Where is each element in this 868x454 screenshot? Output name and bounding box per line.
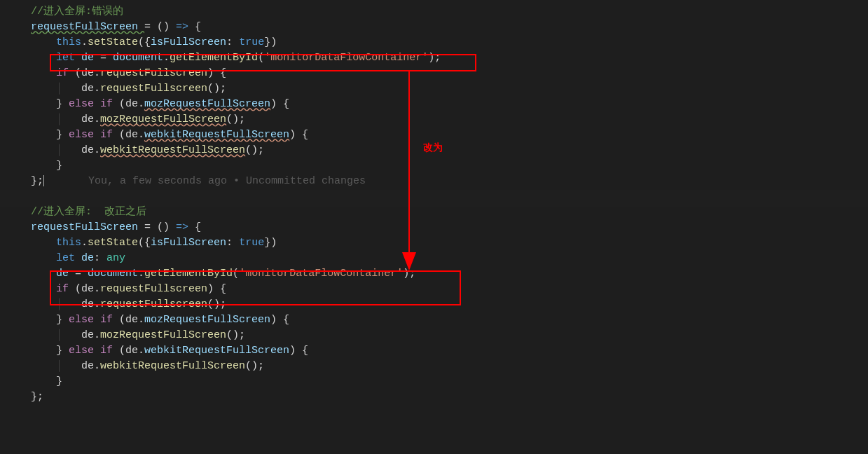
- code-token: ();: [245, 360, 264, 372]
- code-token: ) {: [289, 345, 308, 357]
- code-token: de.: [81, 329, 100, 341]
- code-token: (): [151, 21, 176, 33]
- code-token: }: [56, 376, 62, 387]
- code-token: requestFullScreen: [31, 221, 144, 233]
- gitlens-annotation: You, a few seconds ago • Uncommitted cha…: [88, 175, 366, 187]
- code-token: .: [138, 268, 144, 280]
- code-token: (de.: [113, 345, 144, 357]
- code-token: ();: [207, 298, 226, 310]
- code-token: :: [226, 237, 239, 249]
- code-token: =>: [176, 221, 188, 233]
- code-token: this: [56, 237, 81, 249]
- code-token: de.: [81, 83, 100, 95]
- indent-guide: │: [56, 298, 81, 310]
- code-token: de.: [81, 144, 100, 156]
- code-token: }): [264, 36, 277, 48]
- code-token: =: [144, 21, 151, 33]
- code-token: ) {: [207, 283, 226, 295]
- code-token: ) {: [270, 314, 289, 326]
- code-token: ) {: [207, 67, 226, 79]
- annotation-label: 改为: [423, 142, 443, 154]
- code-token: requestFullscreen: [100, 67, 207, 79]
- code-token: .: [163, 52, 170, 64]
- code-token: (: [233, 268, 239, 280]
- code-token: (de.: [113, 98, 144, 110]
- code-token: ) {: [289, 129, 308, 141]
- code-token: 'monitorDataFlowContainer': [264, 52, 428, 64]
- code-token: document: [106, 52, 163, 64]
- code-token: isFullScreen: [151, 36, 226, 48]
- code-block-wrong[interactable]: //进入全屏:错误的 requestFullScreen = () => { t…: [0, 4, 868, 189]
- code-token: .: [81, 237, 88, 249]
- code-token: }: [56, 98, 69, 110]
- code-token: setState: [88, 237, 138, 249]
- indent-guide: │: [56, 360, 81, 372]
- code-token: ();: [226, 329, 245, 341]
- code-token: );: [403, 268, 415, 280]
- code-token: else if: [69, 98, 113, 110]
- code-token: ();: [226, 114, 245, 125]
- code-token: isFullScreen: [151, 237, 226, 249]
- code-token: ({: [138, 36, 151, 48]
- code-token: requestFullscreen: [100, 283, 207, 295]
- code-token: de.: [81, 298, 100, 310]
- code-token: de.: [81, 360, 100, 372]
- code-token: 'monitorDataFlowContainer': [239, 268, 403, 280]
- code-token: else if: [69, 345, 113, 357]
- code-token: this: [56, 36, 81, 48]
- code-token: }: [56, 345, 69, 357]
- code-token: requestFullScreen: [31, 21, 144, 33]
- code-token: =: [144, 221, 151, 233]
- code-token: mozRequestFullScreen: [144, 314, 270, 326]
- code-token: (de.: [113, 129, 144, 141]
- code-token: webkitRequestFullScreen: [144, 345, 289, 357]
- code-token: =>: [176, 21, 188, 33]
- code-token: =: [100, 52, 106, 64]
- code-token: ();: [245, 144, 264, 156]
- code-token: (): [151, 221, 176, 233]
- code-token: if: [56, 67, 69, 79]
- code-token: else if: [69, 314, 113, 326]
- code-token: requestFullscreen: [100, 298, 207, 310]
- indent-guide: │: [56, 83, 81, 95]
- code-token: (de.: [113, 314, 144, 326]
- code-token: };: [31, 391, 43, 403]
- comment-text: //进入全屏: 改正之后: [31, 206, 146, 218]
- indent-guide: │: [56, 144, 81, 156]
- code-token: =: [75, 268, 81, 280]
- code-token: else if: [69, 129, 113, 141]
- code-token: webkitRequestFullScreen: [100, 144, 245, 156]
- code-token: .: [81, 36, 88, 48]
- indent-guide: │: [56, 329, 81, 341]
- code-token: {: [188, 221, 201, 233]
- code-token: }: [56, 314, 69, 326]
- code-token: :: [94, 252, 106, 264]
- code-token: }: [56, 129, 69, 141]
- code-token: mozRequestFullScreen: [100, 114, 226, 125]
- code-token: mozRequestFullScreen: [144, 98, 270, 110]
- code-token: };: [31, 175, 43, 187]
- code-token: requestFullscreen: [100, 83, 207, 95]
- code-token: de: [75, 52, 100, 64]
- code-token: any: [106, 252, 125, 264]
- code-token: if: [56, 283, 69, 295]
- code-token: webkitRequestFullScreen: [100, 360, 245, 372]
- code-token: true: [239, 237, 264, 249]
- code-token: (de.: [69, 67, 100, 79]
- code-token: true: [239, 36, 264, 48]
- comment-text: //进入全屏:错误的: [31, 6, 123, 18]
- code-token: getElementById: [170, 52, 258, 64]
- code-token: }): [264, 237, 277, 249]
- indent-guide: │: [56, 114, 81, 125]
- code-token: let: [56, 252, 75, 264]
- code-token: :: [226, 36, 239, 48]
- code-token: ) {: [270, 98, 289, 110]
- code-token: (: [258, 52, 264, 64]
- code-token: document: [81, 268, 138, 280]
- code-token: webkitRequestFullScreen: [144, 129, 289, 141]
- code-token: ();: [207, 83, 226, 95]
- code-token: {: [188, 21, 201, 33]
- code-block-fixed[interactable]: //进入全屏: 改正之后 requestFullScreen = () => {…: [0, 205, 868, 405]
- code-token: de: [75, 252, 94, 264]
- text-cursor: [43, 175, 44, 186]
